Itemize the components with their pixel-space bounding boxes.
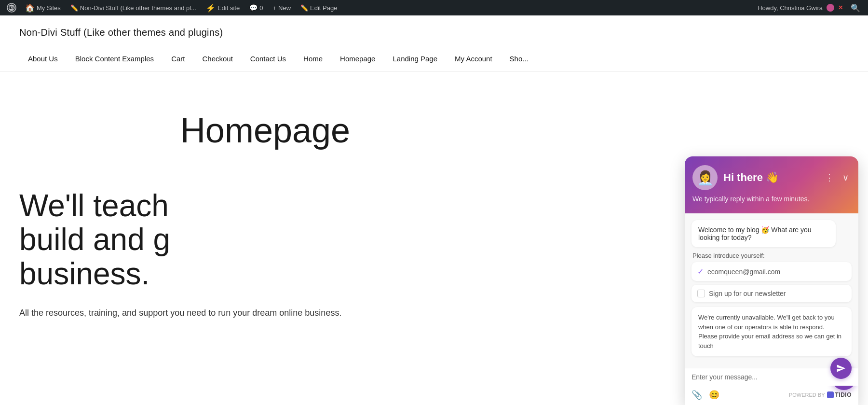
chat-footer: 📎 😊 POWERED BY TIDIO: [685, 386, 858, 405]
chat-options-button[interactable]: ⋮: [823, 171, 836, 184]
new-button[interactable]: + New: [269, 0, 295, 15]
my-sites-button[interactable]: 🏠 My Sites: [21, 0, 65, 15]
edit-page-button[interactable]: ✏️ Edit Page: [297, 0, 341, 15]
chat-input[interactable]: [685, 368, 829, 386]
hero-text: We'll teach build and g business.: [19, 189, 511, 291]
nav-landing-page[interactable]: Landing Page: [384, 50, 446, 71]
chat-input-row: Enter your message...: [685, 368, 858, 386]
tidio-branding: POWERED BY TIDIO: [789, 391, 852, 398]
chat-header-actions: ⋮ ∨: [823, 171, 851, 184]
chat-subtext: We typically reply within a few minutes.: [692, 195, 851, 203]
chat-introduce-label: Please introduce yourself:: [692, 252, 852, 259]
chat-email-value: ecomqueen@gmail.com: [707, 268, 780, 276]
search-icon[interactable]: 🔍: [847, 3, 864, 13]
chat-newsletter-field[interactable]: Sign up for our newsletter: [692, 285, 852, 302]
nav-my-account[interactable]: My Account: [446, 50, 501, 71]
nav-block-content[interactable]: Block Content Examples: [67, 50, 163, 71]
chat-body-section: We're currently unavailable. We'll get b…: [692, 307, 852, 366]
tidio-logo: TIDIO: [827, 391, 852, 398]
main-content: Homepage We'll teach build and g busines…: [0, 72, 530, 339]
site-nav: About Us Block Content Examples Cart Che…: [19, 50, 849, 71]
attachment-icon[interactable]: 📎: [692, 390, 702, 400]
chat-header: 👩‍💼 Hi there 👋 ⋮ ∨ We typically reply wi…: [685, 156, 858, 213]
chat-footer-icons: 📎 😊: [692, 390, 719, 400]
unavailable-bubble: We're currently unavailable. We'll get b…: [692, 307, 852, 356]
chat-widget: 👩‍💼 Hi there 👋 ⋮ ∨ We typically reply wi…: [685, 156, 858, 405]
nav-home[interactable]: Home: [295, 50, 331, 71]
check-icon: ✓: [697, 267, 704, 276]
newsletter-label: Sign up for our newsletter: [709, 290, 786, 297]
comments-button[interactable]: 💬 0: [245, 0, 267, 15]
nav-checkout[interactable]: Checkout: [193, 50, 241, 71]
admin-bar-close[interactable]: ✕: [838, 4, 843, 11]
nav-about-us[interactable]: About Us: [19, 50, 67, 71]
send-button[interactable]: [830, 358, 852, 379]
chat-greeting: Hi there 👋: [723, 171, 817, 184]
user-avatar[interactable]: [827, 4, 834, 12]
hero-subtitle: All the resources, training, and support…: [19, 306, 511, 320]
chat-minimize-button[interactable]: ∨: [841, 171, 851, 184]
newsletter-checkbox[interactable]: [697, 290, 705, 297]
howdy-text: Howdy, Christina Gwira: [758, 4, 823, 12]
wp-logo-button[interactable]: [4, 0, 19, 15]
site-header: Non-Divi Stuff (Like other themes and pl…: [0, 15, 868, 72]
emoji-icon[interactable]: 😊: [709, 390, 719, 400]
edit-site-button[interactable]: ⚡ Edit site: [202, 0, 244, 15]
site-name-button[interactable]: ✏️ Non-Divi Stuff (Like other themes and…: [67, 0, 200, 15]
page-heading: Homepage: [19, 111, 511, 150]
nav-homepage[interactable]: Homepage: [331, 50, 384, 71]
nav-shop[interactable]: Sho...: [501, 50, 537, 71]
nav-contact-us[interactable]: Contact Us: [242, 50, 295, 71]
powered-by-label: POWERED BY: [789, 392, 825, 398]
chat-email-field[interactable]: ✓ ecomqueen@gmail.com: [692, 262, 852, 281]
site-title[interactable]: Non-Divi Stuff (Like other themes and pl…: [19, 27, 849, 38]
chat-form-section: Please introduce yourself: ✓ ecomqueen@g…: [692, 252, 852, 302]
chat-body: Welcome to my blog 🥳 What are you lookin…: [685, 213, 858, 368]
chat-welcome-bubble: Welcome to my blog 🥳 What are you lookin…: [692, 220, 836, 247]
admin-bar: 🏠 My Sites ✏️ Non-Divi Stuff (Like other…: [0, 0, 868, 15]
nav-cart[interactable]: Cart: [163, 50, 193, 71]
chat-avatar: 👩‍💼: [692, 165, 718, 190]
